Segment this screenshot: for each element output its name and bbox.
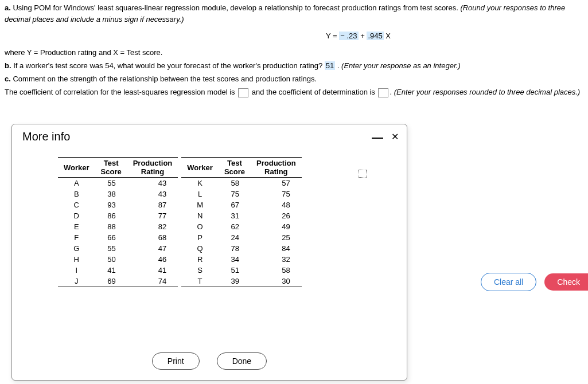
cell-score: 75 (219, 189, 251, 199)
part-b-answer[interactable]: 51 (325, 61, 335, 70)
cell-worker: R (181, 254, 219, 265)
table-right: Worker TestScore ProductionRating K5857L… (181, 157, 301, 287)
cell-worker: Q (181, 243, 219, 254)
cell-score: 62 (219, 221, 251, 232)
correlation-line: The coefficient of correlation for the l… (5, 88, 583, 97)
table-row: Q7884 (181, 243, 301, 254)
table-row: A5543 (58, 178, 178, 189)
part-b: b. If a worker's test score was 54, what… (5, 61, 583, 70)
cell-score: 38 (95, 189, 127, 199)
determination-input[interactable] (378, 88, 388, 97)
col-worker: Worker (58, 158, 95, 178)
part-c-text: Comment on the strength of the relations… (11, 75, 317, 83)
table-row: E8882 (58, 221, 178, 232)
data-tables: Worker TestScore ProductionRating A5543B… (58, 157, 384, 287)
cell-rating: 25 (251, 232, 302, 243)
corr-text-2: and the coefficient of determination is (250, 88, 377, 96)
cell-rating: 41 (127, 265, 178, 276)
cell-rating: 47 (127, 243, 178, 254)
cell-score: 86 (95, 210, 127, 221)
cell-worker: J (58, 276, 95, 287)
part-a: a. Using POM for Windows' least squares-… (5, 2, 583, 25)
cell-score: 58 (219, 178, 251, 189)
cell-score: 55 (95, 243, 127, 254)
part-b-instruction: (Enter your response as an integer.) (341, 61, 461, 70)
regression-equation: Y = − .23 + .945 X (5, 32, 583, 40)
cell-score: 41 (95, 265, 127, 276)
cell-score: 50 (95, 254, 127, 265)
close-icon[interactable]: ✕ (391, 131, 399, 142)
table-row: C9387 (58, 199, 178, 210)
cell-worker: I (58, 265, 95, 276)
col-production-rating: ProductionRating (127, 158, 178, 178)
cell-score: 88 (95, 221, 127, 232)
table-row: P2425 (181, 232, 301, 243)
col-test-score: TestScore (95, 158, 127, 178)
cell-rating: 58 (251, 265, 302, 276)
done-button[interactable]: Done (217, 352, 267, 370)
corr-text-1: The coefficient of correlation for the l… (5, 88, 237, 96)
cell-worker: E (58, 221, 95, 232)
part-a-prefix: a. (5, 3, 11, 12)
cell-worker: D (58, 210, 95, 221)
cell-score: 69 (95, 276, 127, 287)
part-a-text: Using POM for Windows' least squares-lin… (11, 3, 461, 12)
cell-worker: N (181, 210, 219, 221)
cell-rating: 68 (127, 232, 178, 243)
cell-rating: 48 (251, 199, 302, 210)
cell-score: 78 (219, 243, 251, 254)
eq-mid: + (359, 32, 367, 40)
table-row: T3930 (181, 276, 301, 287)
cell-score: 67 (219, 199, 251, 210)
cell-rating: 46 (127, 254, 178, 265)
cell-worker: H (58, 254, 95, 265)
cell-worker: L (181, 189, 219, 199)
check-button[interactable]: Check (544, 273, 588, 291)
clear-all-button[interactable]: Clear all (481, 273, 536, 291)
col-worker: Worker (181, 158, 219, 178)
table-row: D8677 (58, 210, 178, 221)
where-line: where Y = Production rating and X = Test… (5, 48, 583, 57)
table-row: R3432 (181, 254, 301, 265)
table-left: Worker TestScore ProductionRating A5543B… (58, 157, 178, 287)
table-row: I4141 (58, 265, 178, 276)
eq-prefix: Y = (326, 32, 339, 40)
table-row: S5158 (181, 265, 301, 276)
correlation-input[interactable] (238, 88, 248, 97)
cell-rating: 87 (127, 199, 178, 210)
part-b-text: If a worker's test score was 54, what wo… (11, 61, 325, 70)
table-row: G5547 (58, 243, 178, 254)
corr-instruction: (Enter your responses rounded to three d… (394, 88, 580, 96)
table-row: F6668 (58, 232, 178, 243)
cell-worker: K (181, 178, 219, 189)
table-row: H5046 (58, 254, 178, 265)
table-row: N3126 (181, 210, 301, 221)
col-test-score: TestScore (219, 158, 251, 178)
modal-title: More info (22, 130, 70, 143)
copy-icon[interactable] (359, 170, 367, 178)
table-row: B3843 (58, 189, 178, 199)
eq-slope[interactable]: .945 (367, 32, 383, 40)
cell-rating: 43 (127, 189, 178, 199)
table-row: K5857 (181, 178, 301, 189)
cell-score: 55 (95, 178, 127, 189)
cell-worker: F (58, 232, 95, 243)
cell-rating: 57 (251, 178, 302, 189)
cell-score: 39 (219, 276, 251, 287)
cell-rating: 77 (127, 210, 178, 221)
cell-worker: P (181, 232, 219, 243)
cell-worker: B (58, 189, 95, 199)
print-button[interactable]: Print (152, 352, 200, 370)
table-row: O6249 (181, 221, 301, 232)
table-row: J6974 (58, 276, 178, 287)
col-production-rating: ProductionRating (251, 158, 302, 178)
minimize-icon[interactable]: — (372, 134, 383, 140)
cell-worker: M (181, 199, 219, 210)
cell-rating: 75 (251, 189, 302, 199)
cell-rating: 74 (127, 276, 178, 287)
cell-worker: C (58, 199, 95, 210)
eq-intercept[interactable]: − .23 (339, 32, 358, 40)
cell-rating: 82 (127, 221, 178, 232)
table-row: M6748 (181, 199, 301, 210)
cell-score: 66 (95, 232, 127, 243)
